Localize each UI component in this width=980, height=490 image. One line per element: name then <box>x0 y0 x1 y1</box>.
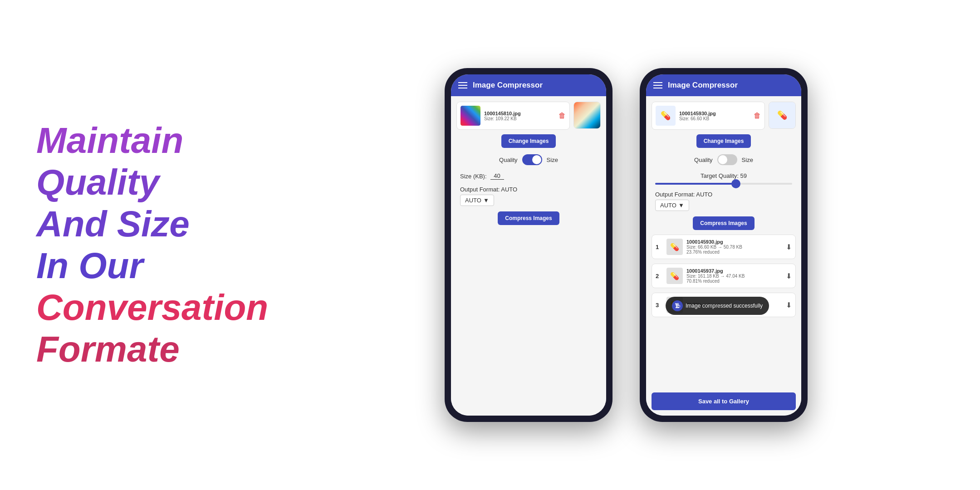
phone-2-result-1-thumb: 💊 <box>666 239 683 255</box>
phone-1-image-thumb <box>461 106 480 126</box>
phone-2-image-thumb: 💊 <box>656 106 676 126</box>
phone-2-save-all-btn[interactable]: Save all to Gallery <box>652 392 796 410</box>
phone-2-toast-icon: 🗜 <box>672 300 683 311</box>
hero-line-4: In Our <box>36 245 254 287</box>
phone-1-content: 1000145810.jpg Size: 109.22 KB 🗑 Change … <box>451 96 606 416</box>
hero-line-2: Quality <box>36 162 254 203</box>
phone-2-image-size: Size: 66.60 KB <box>679 116 750 121</box>
phone-2-toast-message: Image compressed successfully <box>686 303 763 309</box>
phone-1-change-images-btn[interactable]: Change Images <box>501 134 556 148</box>
phone-2-second-thumb: 💊 <box>769 102 796 129</box>
phone-2-result-3-num: 3 <box>656 302 663 309</box>
phone-2-result-2-num: 2 <box>656 273 663 279</box>
phone-1-image-size: Size: 109.22 KB <box>484 116 555 121</box>
phone-2-auto-label: AUTO <box>660 202 676 209</box>
phone-1-size-value[interactable]: 40 <box>490 172 504 180</box>
phone-2-result-1-name: 1000145930.jpg <box>686 239 782 245</box>
phone-2-slider-track[interactable] <box>655 183 792 185</box>
hero-section: Maintain Quality And Size In Our Convers… <box>0 0 272 490</box>
phone-1-frame: Image Compressor 1000145810.jpg Size: 10… <box>445 68 612 422</box>
phone-2-result-2-download-icon[interactable]: ⬇ <box>786 272 792 280</box>
phone-2-dropdown-arrow: ▼ <box>678 202 684 209</box>
phone-1-second-thumb <box>573 102 601 129</box>
phone-2-hamburger-icon[interactable] <box>653 82 662 88</box>
phone-1-image-info: 1000145810.jpg Size: 109.22 KB <box>484 111 555 121</box>
phone-2-header: Image Compressor <box>646 74 801 96</box>
phone-2-screen: Image Compressor 💊 1000145930.jpg Size: … <box>646 74 801 416</box>
hero-line-5: Conversation <box>36 287 254 328</box>
phone-2-result-3: 3 💊 72.73% reduced ⬇ 🗜 Image compressed … <box>652 293 796 317</box>
phone-2-format-dropdown[interactable]: AUTO ▼ <box>655 200 689 211</box>
phone-2-toast: 🗜 Image compressed successfully <box>666 297 769 315</box>
phone-1-image-name: 1000145810.jpg <box>484 111 555 116</box>
phone-2-image-list: 💊 1000145930.jpg Size: 66.60 KB 🗑 💊 <box>652 102 796 130</box>
phone-1-screen: Image Compressor 1000145810.jpg Size: 10… <box>451 74 606 416</box>
phone-2-toggle-switch[interactable] <box>717 154 737 165</box>
hero-line-1: Maintain <box>36 120 254 162</box>
phone-2-content: 💊 1000145930.jpg Size: 66.60 KB 🗑 💊 <box>646 96 801 416</box>
phone-1-toggle-switch[interactable] <box>522 154 542 165</box>
phone-2-result-3-download-icon[interactable]: ⬇ <box>786 301 792 309</box>
phone-1-format-label: Output Format: AUTO <box>460 186 597 193</box>
phone-2-quality-label: Quality <box>694 157 712 163</box>
phone-2-target-quality-label: Target Quality: 59 <box>655 172 792 179</box>
phone-2-toggle-row: Quality Size <box>652 152 796 167</box>
phone-2-delete-icon[interactable]: 🗑 <box>754 112 761 120</box>
hero-text: Maintain Quality And Size In Our Convers… <box>36 120 254 370</box>
phone-2-result-2-thumb: 💊 <box>666 268 683 284</box>
phone-1-image-card: 1000145810.jpg Size: 109.22 KB 🗑 <box>456 102 570 130</box>
phone-2-quality-section: Target Quality: 59 <box>652 172 796 186</box>
hero-line-3: And Size <box>36 203 254 245</box>
phone-1-quality-label: Quality <box>499 157 517 163</box>
phone-1-change-images-btn-wrap: Change Images <box>456 134 601 148</box>
hamburger-icon[interactable] <box>458 82 467 88</box>
phone-1-compress-btn-wrap: Compress Images <box>456 211 601 225</box>
phone-2-format-row: Output Format: AUTO AUTO ▼ <box>652 190 796 212</box>
phone-1-delete-icon[interactable]: 🗑 <box>559 112 566 120</box>
phone-2-image-card: 💊 1000145930.jpg Size: 66.60 KB 🗑 <box>652 102 765 130</box>
phone-1-compress-btn[interactable]: Compress Images <box>498 211 559 225</box>
phone-2-image-info: 1000145930.jpg Size: 66.60 KB <box>679 111 750 121</box>
phone-1-dropdown-arrow: ▼ <box>483 197 489 204</box>
phone-1-header: Image Compressor <box>451 74 606 96</box>
phone-2-result-1-reduced: 23.76% reduced <box>686 250 782 255</box>
phone-2-result-1-size: Size: 66.60 KB → 50.78 KB <box>686 245 782 250</box>
phone-2-compress-btn[interactable]: Compress Images <box>693 216 754 230</box>
phone-2-change-images-btn-wrap: Change Images <box>652 134 796 148</box>
phone-1-auto-label: AUTO <box>465 197 481 204</box>
phone-2-compress-btn-wrap: Compress Images <box>652 216 796 230</box>
phone-2-result-2: 2 💊 1000145937.jpg Size: 161.18 KB → 47.… <box>652 264 796 288</box>
phone-1-format-dropdown[interactable]: AUTO ▼ <box>460 195 494 206</box>
phone-1-toggle-row: Quality Size <box>456 152 601 167</box>
phone-2-image-name: 1000145930.jpg <box>679 111 750 116</box>
phone-2-result-1-download-icon[interactable]: ⬇ <box>786 243 792 251</box>
phone-2-size-label: Size <box>742 157 753 163</box>
phone-2-result-2-reduced: 70.81% reduced <box>686 279 782 284</box>
phone-2-result-1-info: 1000145930.jpg Size: 66.60 KB → 50.78 KB… <box>686 239 782 255</box>
phone-1-format-row: Output Format: AUTO AUTO ▼ <box>456 185 601 207</box>
phone-2-app-title: Image Compressor <box>668 81 738 90</box>
phones-section: Image Compressor 1000145810.jpg Size: 10… <box>272 0 980 490</box>
phone-2-slider-knob[interactable] <box>731 179 740 188</box>
phone-1-image-list: 1000145810.jpg Size: 109.22 KB 🗑 <box>456 102 601 130</box>
phone-2-slider-fill <box>655 183 736 185</box>
phone-1-size-label: Size <box>547 157 558 163</box>
hero-line-6: Formate <box>36 328 254 370</box>
phone-2-result-2-name: 1000145937.jpg <box>686 268 782 274</box>
phone-2-result-1-num: 1 <box>656 244 663 250</box>
phone-2-result-2-size: Size: 161.18 KB → 47.04 KB <box>686 274 782 279</box>
phone-1-size-kb-label: Size (KB): <box>460 173 487 180</box>
phone-2-change-images-btn[interactable]: Change Images <box>696 134 751 148</box>
phone-2-result-2-info: 1000145937.jpg Size: 161.18 KB → 47.04 K… <box>686 268 782 284</box>
phone-1-toggle-knob <box>532 155 541 164</box>
phone-1-size-row: Size (KB): 40 <box>456 172 601 181</box>
phone-2-frame: Image Compressor 💊 1000145930.jpg Size: … <box>640 68 808 422</box>
phone-2-toggle-knob <box>718 155 727 164</box>
phone-2-format-label: Output Format: AUTO <box>655 191 792 198</box>
phone-2-result-1: 1 💊 1000145930.jpg Size: 66.60 KB → 50.7… <box>652 235 796 259</box>
phone-1-app-title: Image Compressor <box>473 81 543 90</box>
